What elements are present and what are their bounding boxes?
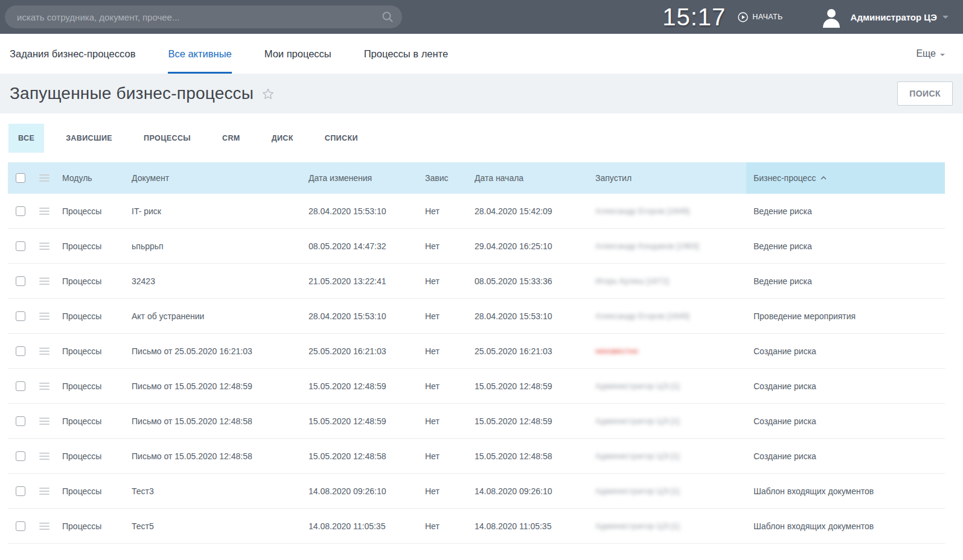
column-header-process[interactable]: Бизнес-процесс (746, 162, 945, 194)
column-header-module[interactable]: Модуль (55, 173, 124, 183)
launched-by-cell[interactable]: Александр Егоров [1649] (588, 206, 746, 215)
hamburger-icon (39, 451, 50, 462)
user-menu[interactable]: Администратор ЦЭ (821, 6, 949, 28)
search-input[interactable] (5, 5, 402, 28)
modified-date-cell: 15.05.2020 12:48:59 (301, 416, 418, 426)
global-search[interactable] (5, 5, 402, 28)
filter-tab-all[interactable]: ВСЕ (8, 124, 44, 153)
tab-feed-processes[interactable]: Процессы в ленте (364, 34, 448, 74)
launched-by-cell[interactable]: Игорь Кулиш [1672] (588, 276, 746, 285)
launched-by-cell[interactable]: Администратор ЦЭ [1] (588, 381, 746, 390)
filter-tab-disk[interactable]: ДИСК (262, 124, 303, 153)
tab-my-processes[interactable]: Мои процессы (264, 34, 331, 74)
start-date-cell: 14.08.2020 11:05:35 (467, 521, 588, 531)
process-cell: Шаблон входящих документов (746, 486, 945, 496)
hamburger-icon (39, 486, 50, 497)
column-header-modified[interactable]: Дата изменения (301, 173, 418, 183)
process-cell: Создание риска (746, 346, 945, 356)
module-cell: Процессы (55, 381, 124, 391)
row-checkbox[interactable] (16, 451, 25, 461)
document-cell: Письмо от 15.05.2020 12:48:59 (124, 381, 301, 391)
search-icon[interactable] (382, 11, 394, 23)
row-checkbox[interactable] (16, 241, 25, 251)
module-cell: Процессы (55, 346, 124, 356)
row-checkbox[interactable] (16, 416, 25, 426)
nav-more-button[interactable]: Еще (916, 34, 945, 74)
table-row: Процессы Тест5 14.08.2020 11:05:35 Нет 1… (8, 509, 945, 544)
process-cell: Создание риска (746, 451, 945, 461)
launched-by-cell[interactable]: неизвестно (588, 346, 746, 355)
row-actions-menu[interactable] (33, 276, 55, 287)
module-cell: Процессы (55, 241, 124, 251)
filter-tab-crm[interactable]: CRM (213, 124, 250, 153)
row-checkbox[interactable] (16, 311, 25, 321)
row-checkbox[interactable] (16, 346, 25, 356)
launched-by-cell[interactable]: Администратор ЦЭ [1] (588, 451, 746, 460)
modified-date-cell: 28.04.2020 15:53:10 (301, 206, 418, 216)
process-cell: Шаблон входящих документов (746, 521, 945, 531)
start-date-cell: 14.08.2020 09:26:10 (467, 486, 588, 496)
nav-more-label: Еще (916, 48, 936, 59)
favorite-star-icon[interactable] (261, 87, 275, 104)
row-checkbox[interactable] (16, 381, 25, 391)
row-checkbox[interactable] (16, 276, 25, 286)
module-cell: Процессы (55, 521, 124, 531)
hamburger-icon (39, 311, 50, 322)
row-actions-menu[interactable] (33, 486, 55, 497)
launched-by-cell[interactable]: Александр Егоров [1649] (588, 311, 746, 320)
column-header-document[interactable]: Документ (124, 173, 301, 183)
row-actions-menu[interactable] (33, 416, 55, 427)
page-title: Запущенные бизнес-процессы (10, 84, 254, 103)
document-cell: 32423 (124, 276, 301, 286)
hamburger-icon (39, 276, 50, 287)
page-header: Запущенные бизнес-процессы ПОИСК (0, 74, 963, 113)
clock[interactable]: 15:17 (662, 4, 726, 31)
column-header-launched-by[interactable]: Запустил (588, 173, 746, 183)
launched-by-cell[interactable]: Администратор ЦЭ [1] (588, 416, 746, 425)
search-button[interactable]: ПОИСК (897, 81, 953, 106)
table-row: Процессы Акт об устранении 28.04.2020 15… (8, 299, 945, 334)
modified-date-cell: 28.04.2020 15:53:10 (301, 311, 418, 321)
column-header-started[interactable]: Дата начала (467, 173, 588, 183)
nav-tabs: Задания бизнес-процессов Все активные Мо… (0, 34, 963, 74)
row-actions-menu[interactable] (33, 521, 55, 532)
row-checkbox[interactable] (16, 521, 25, 531)
modified-date-cell: 08.05.2020 14:47:32 (301, 241, 418, 251)
start-date-cell: 25.05.2020 16:21:03 (467, 346, 588, 356)
hamburger-icon (39, 381, 50, 392)
row-actions-menu[interactable] (33, 381, 55, 392)
tab-all-active[interactable]: Все активные (168, 34, 231, 74)
hamburger-icon (39, 206, 50, 217)
hamburger-icon (39, 416, 50, 427)
grid-settings-icon[interactable] (33, 173, 55, 183)
row-actions-menu[interactable] (33, 311, 55, 322)
table-row: Процессы Письмо от 25.05.2020 16:21:03 2… (8, 334, 945, 369)
stuck-cell: Нет (418, 311, 467, 321)
table-row: Процессы Тест3 14.08.2020 09:26:10 Нет 1… (8, 474, 945, 509)
table-row: Процессы ьпьррьп 08.05.2020 14:47:32 Нет… (8, 229, 945, 264)
stuck-cell: Нет (418, 276, 467, 286)
start-date-cell: 29.04.2020 16:25:10 (467, 241, 588, 251)
row-actions-menu[interactable] (33, 346, 55, 357)
filter-tab-processes[interactable]: ПРОЦЕССЫ (134, 124, 200, 153)
modified-date-cell: 21.05.2020 13:22:41 (301, 276, 418, 286)
launched-by-cell[interactable]: Администратор ЦЭ [1] (588, 486, 746, 495)
module-cell: Процессы (55, 451, 124, 461)
row-checkbox[interactable] (16, 206, 25, 216)
launched-by-cell[interactable]: Александр Кондаков [1983] (588, 241, 746, 250)
play-icon (738, 12, 748, 22)
stuck-cell: Нет (418, 241, 467, 251)
filter-tab-stuck[interactable]: ЗАВИСШИЕ (56, 124, 122, 153)
launched-by-cell[interactable]: Администратор ЦЭ [1] (588, 521, 746, 530)
column-header-stuck[interactable]: Завис (418, 173, 467, 183)
table-row: Процессы Письмо от 15.05.2020 12:48:58 1… (8, 439, 945, 474)
filter-tabs: ВСЕ ЗАВИСШИЕ ПРОЦЕССЫ CRM ДИСК СПИСКИ (0, 113, 963, 162)
start-timer-button[interactable]: НАЧАТЬ (738, 12, 782, 22)
filter-tab-lists[interactable]: СПИСКИ (315, 124, 368, 153)
row-checkbox[interactable] (16, 486, 25, 496)
row-actions-menu[interactable] (33, 241, 55, 252)
select-all-checkbox[interactable] (16, 173, 25, 183)
tab-bp-tasks[interactable]: Задания бизнес-процессов (10, 34, 135, 74)
row-actions-menu[interactable] (33, 451, 55, 462)
row-actions-menu[interactable] (33, 206, 55, 217)
